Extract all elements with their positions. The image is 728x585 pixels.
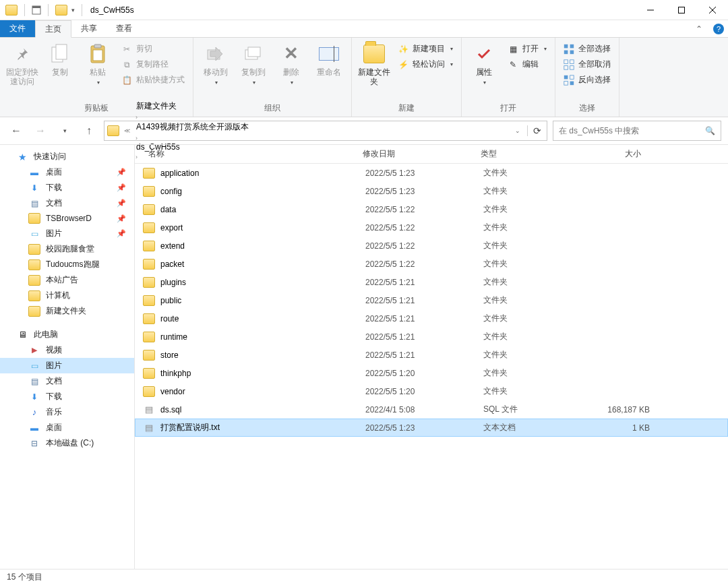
col-type[interactable]: 类型: [475, 148, 580, 160]
window-title: ds_CwH55s: [90, 5, 134, 15]
sidebar-item[interactable]: Tudoucms跑腿: [0, 257, 134, 272]
selectnone-button[interactable]: 全部取消: [559, 57, 615, 71]
file-row[interactable]: runtime2022/5/5 1:21文件夹: [135, 328, 728, 346]
tab-view[interactable]: 查看: [107, 20, 142, 37]
address-bar[interactable]: ≪ 新建文件夹›A1439视频打赏系统全开源版本›ds_CwH55s› ⌄ ⟳: [104, 121, 547, 141]
col-date[interactable]: 修改日期: [357, 148, 475, 160]
collapse-ribbon-button[interactable]: ⌃: [689, 20, 709, 37]
download-icon: [28, 183, 40, 193]
refresh-button[interactable]: ⟳: [527, 125, 541, 136]
file-row[interactable]: application2022/5/5 1:23文件夹: [135, 164, 728, 182]
sidebar-item[interactable]: 计算机: [0, 288, 134, 303]
breadcrumb[interactable]: 新建文件夹: [133, 100, 251, 112]
sidebar-quickaccess[interactable]: 快速访问: [0, 149, 134, 164]
help-button[interactable]: ?: [709, 20, 728, 37]
chevron-right-icon[interactable]: ›: [133, 135, 140, 142]
sidebar-item[interactable]: 图片: [0, 358, 134, 373]
doc-icon: [28, 376, 40, 387]
delete-button[interactable]: ✕ 删除▾: [273, 39, 309, 86]
sidebar-item[interactable]: 下载📌: [0, 180, 134, 195]
breadcrumb[interactable]: A1439视频打赏系统全开源版本: [133, 121, 251, 133]
folder-icon: [143, 222, 155, 233]
desktop-icon: [28, 423, 40, 433]
tab-home[interactable]: 主页: [35, 20, 71, 38]
file-row[interactable]: vendor2022/5/5 1:20文件夹: [135, 382, 728, 400]
sidebar-item[interactable]: 文档📌: [0, 195, 134, 211]
app-icon[interactable]: [5, 5, 18, 16]
open-button[interactable]: ▦打开▾: [504, 42, 551, 56]
file-row[interactable]: config2022/5/5 1:23文件夹: [135, 182, 728, 200]
file-list[interactable]: application2022/5/5 1:23文件夹config2022/5/…: [135, 164, 728, 569]
col-name[interactable]: 名称: [135, 148, 357, 160]
file-row[interactable]: thinkphp2022/5/5 1:20文件夹: [135, 364, 728, 382]
sidebar-item[interactable]: 桌面: [0, 420, 134, 435]
sidebar-thispc[interactable]: 此电脑: [0, 327, 134, 342]
file-row[interactable]: 打赏配置说明.txt2022/5/5 1:23文本文档1 KB: [135, 419, 728, 437]
newitem-button[interactable]: ✨新建项目▾: [394, 42, 457, 56]
sidebar-item[interactable]: 桌面📌: [0, 164, 134, 180]
file-row[interactable]: public2022/5/5 1:21文件夹: [135, 291, 728, 309]
file-row[interactable]: store2022/5/5 1:21文件夹: [135, 346, 728, 364]
minimize-button[interactable]: [635, 0, 666, 20]
qat-properties-icon[interactable]: [32, 5, 41, 15]
up-button[interactable]: ↑: [80, 121, 98, 140]
rename-button[interactable]: 重命名: [311, 39, 347, 77]
maximize-button[interactable]: [666, 0, 697, 20]
newfolder-button[interactable]: 新建文件夹: [356, 39, 392, 87]
moveto-button[interactable]: 移动到▾: [198, 39, 234, 86]
tab-share[interactable]: 共享: [71, 20, 107, 37]
file-icon: [143, 423, 155, 433]
svg-rect-16: [564, 50, 568, 54]
sidebar-item[interactable]: TSBrowserD📌: [0, 211, 134, 226]
folder-icon: [28, 259, 40, 270]
file-row[interactable]: packet2022/5/5 1:22文件夹: [135, 255, 728, 273]
folder-icon: [143, 295, 155, 306]
file-row[interactable]: extend2022/5/5 1:22文件夹: [135, 237, 728, 255]
sidebar-item[interactable]: 图片📌: [0, 226, 134, 241]
file-row[interactable]: ds.sql2022/4/1 5:08SQL 文件168,187 KB: [135, 400, 728, 419]
recent-button[interactable]: ▾: [55, 121, 74, 140]
sidebar-item[interactable]: 本站广告: [0, 272, 134, 288]
sidebar-item[interactable]: 本地磁盘 (C:): [0, 435, 134, 451]
pin-icon: 📌: [117, 214, 130, 223]
file-row[interactable]: plugins2022/5/5 1:21文件夹: [135, 273, 728, 291]
search-input[interactable]: 在 ds_CwH55s 中搜索 🔍: [553, 121, 721, 141]
chevron-right-icon[interactable]: ›: [133, 114, 140, 121]
forward-button[interactable]: →: [31, 121, 50, 140]
folder-icon: [143, 241, 155, 251]
sidebar-item[interactable]: 校园跑腿食堂: [0, 241, 134, 257]
svg-rect-22: [564, 75, 568, 79]
sidebar-item[interactable]: 下载: [0, 389, 134, 404]
pin-quickaccess-button[interactable]: 固定到快速访问: [4, 39, 40, 87]
address-dropdown-icon[interactable]: ⌄: [511, 127, 524, 134]
easyaccess-button[interactable]: ⚡轻松访问▾: [394, 57, 457, 71]
sidebar-item[interactable]: 视频: [0, 342, 134, 358]
cut-button[interactable]: ✂剪切: [117, 42, 189, 56]
file-row[interactable]: data2022/5/5 1:22文件夹: [135, 200, 728, 218]
properties-button[interactable]: 属性▾: [466, 39, 502, 86]
col-size[interactable]: 大小: [580, 148, 647, 160]
paste-shortcut-button[interactable]: 📋粘贴快捷方式: [117, 73, 189, 87]
video-icon: [28, 345, 40, 356]
invert-button[interactable]: 反向选择: [559, 73, 615, 87]
selectall-button[interactable]: 全部选择: [559, 42, 615, 56]
file-row[interactable]: export2022/5/5 1:22文件夹: [135, 218, 728, 237]
qat-dropdown-icon[interactable]: ▾: [71, 7, 75, 13]
edit-button[interactable]: ✎编辑: [504, 57, 551, 71]
sidebar-item[interactable]: 文档: [0, 373, 134, 389]
chevron-right-icon[interactable]: ≪: [122, 127, 132, 134]
back-button[interactable]: ←: [7, 121, 26, 140]
copy-button[interactable]: 复制: [42, 39, 78, 77]
pic-icon: [28, 228, 40, 239]
sidebar-item[interactable]: 新建文件夹: [0, 303, 134, 319]
copyto-button[interactable]: 复制到▾: [235, 39, 272, 86]
tab-file[interactable]: 文件: [0, 20, 35, 37]
file-row[interactable]: route2022/5/5 1:21文件夹: [135, 309, 728, 328]
pc-icon: [16, 330, 28, 340]
copypath-button[interactable]: ⧉复制路径: [117, 57, 189, 71]
sidebar-item[interactable]: 音乐: [0, 404, 134, 420]
qat-folder-icon[interactable]: [55, 5, 67, 16]
svg-rect-3: [679, 7, 685, 13]
paste-button[interactable]: 粘贴▾: [80, 39, 116, 86]
close-button[interactable]: [697, 0, 728, 20]
